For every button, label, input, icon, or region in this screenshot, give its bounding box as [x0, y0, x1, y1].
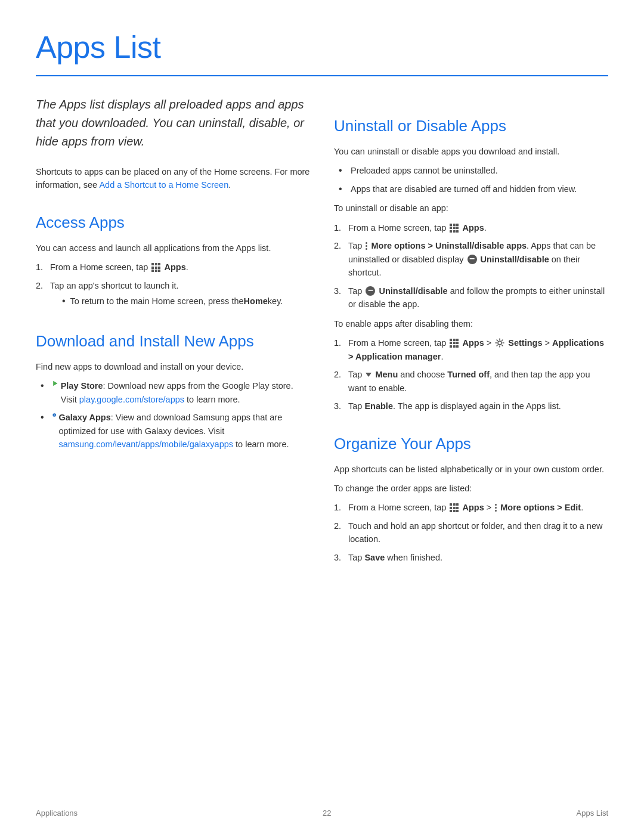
list-item: 3. Tap Enable. The app is displayed agai… — [334, 400, 608, 413]
galaxy-apps-link[interactable]: samsung.com/levant/apps/mobile/galaxyapp… — [58, 439, 233, 449]
uninstall-bullets: Preloaded apps cannot be uninstalled. Ap… — [334, 164, 608, 196]
list-item: To return to the main Home screen, press… — [62, 295, 310, 308]
more-options-icon — [495, 504, 497, 512]
organize-steps: 1. From a Home screen, tap Apps > More o… — [334, 501, 608, 564]
list-item: 3. Tap Save when finished. — [334, 551, 608, 564]
list-item: Preloaded apps cannot be uninstalled. — [334, 164, 608, 177]
galaxy-apps-icon: G — [52, 410, 56, 420]
list-item: 3. Tap − Uninstall/disable and follow th… — [334, 284, 608, 311]
download-bullets: Play Store: Download new apps from the G… — [36, 379, 310, 451]
right-column: Uninstall or Disable Apps You can uninst… — [334, 95, 608, 570]
sub-bullet-list: To return to the main Home screen, press… — [50, 295, 310, 308]
section-title-access-apps: Access Apps — [36, 211, 310, 234]
section-title-organize: Organize Your Apps — [334, 432, 608, 456]
list-item: Play Store: Download new apps from the G… — [36, 379, 310, 406]
access-apps-steps: 1. From a Home screen, tap Apps. 2. Tap … — [36, 261, 310, 310]
list-item: 2. Tap More options > Uninstall/disable … — [334, 239, 608, 279]
organize-body: App shortcuts can be listed alphabetical… — [334, 463, 608, 476]
footer-right: Apps List — [577, 807, 608, 819]
shortcut-info: Shortcuts to apps can be placed on any o… — [36, 165, 310, 192]
play-store-link[interactable]: play.google.com/store/apps — [79, 395, 184, 404]
settings-gear-icon — [495, 338, 504, 348]
intro-italic: The Apps list displays all preloaded app… — [36, 95, 310, 151]
section-title-uninstall: Uninstall or Disable Apps — [334, 114, 608, 138]
to-change-label: To change the order apps are listed: — [334, 482, 608, 495]
section-title-download: Download and Install New Apps — [36, 330, 310, 353]
access-apps-body: You can access and launch all applicatio… — [36, 241, 310, 255]
uninstall-circle-icon: − — [467, 255, 477, 264]
uninstall-steps: 1. From a Home screen, tap Apps. 2. Tap — [334, 221, 608, 311]
list-item: 2. Touch and hold an app shortcut or fol… — [334, 519, 608, 546]
uninstall-circle-icon-2: − — [366, 286, 375, 296]
svg-point-3 — [498, 341, 501, 345]
uninstall-body: You can uninstall or disable apps you do… — [334, 145, 608, 158]
list-item: 2. Tap Menu and choose Turned off, and t… — [334, 368, 608, 395]
apps-grid-icon — [450, 503, 459, 512]
enable-steps: 1. From a Home screen, tap Apps > Setti — [334, 336, 608, 413]
svg-marker-0 — [53, 381, 57, 386]
shortcut-link[interactable]: Add a Shortcut to a Home Screen — [99, 180, 228, 190]
list-item: 1. From a Home screen, tap Apps. — [334, 221, 608, 234]
download-body: Find new apps to download and install on… — [36, 360, 310, 373]
list-item: 1. From a Home screen, tap Apps > More o… — [334, 501, 608, 514]
play-store-icon — [52, 379, 58, 388]
apps-grid-icon — [151, 263, 160, 272]
list-item: 1. From a Home screen, tap Apps. — [36, 261, 310, 274]
footer: Applications 22 Apps List — [0, 807, 644, 819]
list-item: Apps that are disabled are turned off an… — [334, 182, 608, 196]
to-uninstall-label: To uninstall or disable an app: — [334, 202, 608, 215]
left-column: The Apps list displays all preloaded app… — [36, 95, 310, 570]
list-item: G Galaxy Apps: View and download Samsung… — [36, 411, 310, 451]
title-divider — [36, 75, 608, 76]
apps-grid-icon — [450, 339, 459, 348]
apps-grid-icon — [450, 224, 459, 233]
list-item: 1. From a Home screen, tap Apps > Setti — [334, 336, 608, 363]
footer-center: 22 — [323, 807, 331, 819]
page-title: Apps List — [36, 24, 608, 70]
menu-arrow-icon — [366, 373, 371, 377]
list-item: 2. Tap an app's shortcut to launch it. T… — [36, 279, 310, 311]
to-enable-label: To enable apps after disabling them: — [334, 317, 608, 330]
more-options-icon — [366, 242, 367, 250]
svg-text:G: G — [54, 414, 55, 417]
footer-left: Applications — [36, 807, 78, 819]
